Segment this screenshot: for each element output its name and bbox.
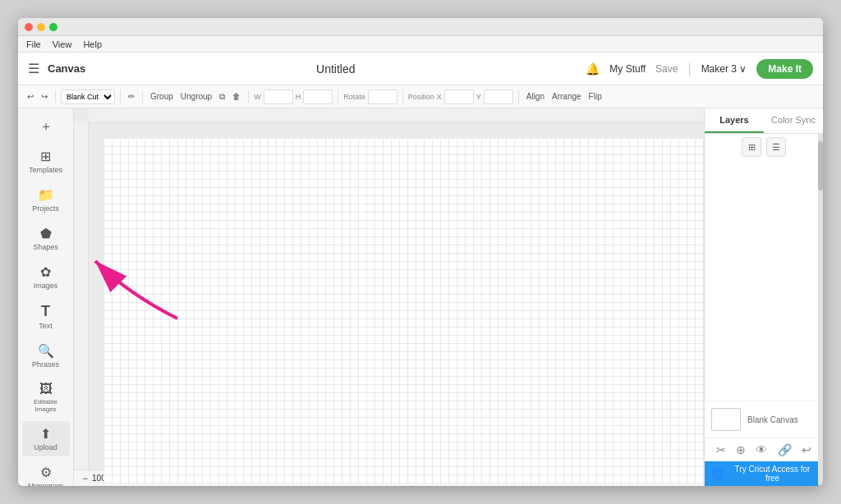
window-controls bbox=[25, 23, 57, 31]
menu-view[interactable]: View bbox=[53, 39, 72, 49]
menu-file[interactable]: File bbox=[26, 39, 41, 49]
sidebar-item-templates[interactable]: ⊞ Templates bbox=[22, 144, 70, 179]
zoom-minus-button[interactable]: − bbox=[80, 473, 90, 484]
redo-button[interactable]: ↪ bbox=[39, 90, 50, 103]
sidebar-item-shapes[interactable]: ⬟ Shapes bbox=[22, 221, 70, 256]
right-view-icons: ⊞ ☰ bbox=[705, 134, 823, 160]
maximize-button[interactable] bbox=[49, 23, 57, 31]
shapes-label: Shapes bbox=[33, 243, 58, 251]
nav-divider: | bbox=[687, 62, 691, 76]
undo-button[interactable]: ↩ bbox=[25, 90, 36, 103]
right-scrollbar-thumb[interactable] bbox=[818, 141, 823, 190]
toolbar: ↩ ↪ Blank Cut ✏ Group Ungroup ⧉ 🗑 W H bbox=[18, 85, 823, 108]
width-label: W bbox=[254, 93, 261, 101]
duplicate-button[interactable]: ⧉ bbox=[217, 90, 227, 103]
toolbar-align-group: Align Arrange Flip bbox=[524, 90, 609, 103]
cricut-banner[interactable]: 🌀 Try Cricut Access for free bbox=[705, 461, 823, 486]
main-area: ＋ ⊞ Templates 📁 Projects ⬟ Shapes ✿ Imag… bbox=[18, 108, 823, 486]
sidebar-item-phrases[interactable]: 🔍 Phrases bbox=[22, 338, 70, 373]
eye-icon[interactable]: 👁 bbox=[756, 443, 767, 456]
save-button[interactable]: Save bbox=[655, 63, 678, 75]
monogram-icon: ⚙ bbox=[40, 465, 52, 480]
sidebar-item-editable-images[interactable]: 🖼 Editable Images bbox=[22, 377, 70, 418]
hamburger-icon[interactable]: ☰ bbox=[28, 61, 39, 76]
add-icon[interactable]: ⊕ bbox=[736, 443, 746, 456]
ungroup-button[interactable]: Ungroup bbox=[178, 90, 214, 103]
toolbar-arrange-group: Group Ungroup ⧉ 🗑 bbox=[148, 90, 249, 103]
sidebar-item-text[interactable]: T Text bbox=[22, 298, 70, 335]
right-sidebar: Layers Color Sync ⊞ ☰ Blank Canvas ✂ ⊕ 👁… bbox=[704, 108, 823, 486]
tab-color-sync[interactable]: Color Sync bbox=[764, 108, 823, 133]
sidebar-item-projects[interactable]: 📁 Projects bbox=[22, 182, 70, 218]
cut-icon[interactable]: ✂ bbox=[716, 443, 726, 456]
canvas-thumb-label: Blank Canvas bbox=[747, 415, 798, 424]
text-icon: T bbox=[41, 303, 50, 320]
link-icon[interactable]: 🔗 bbox=[778, 443, 792, 456]
flip-label: Flip bbox=[589, 92, 602, 101]
toolbar-rotate-group: Rotate bbox=[343, 89, 403, 104]
sidebar-item-monogram[interactable]: ⚙ Monogram bbox=[22, 460, 70, 486]
right-tabs: Layers Color Sync bbox=[705, 108, 823, 134]
close-button[interactable] bbox=[25, 23, 33, 31]
templates-icon: ⊞ bbox=[40, 149, 51, 164]
annotation-arrow bbox=[79, 245, 186, 327]
sidebar-item-images[interactable]: ✿ Images bbox=[22, 259, 70, 295]
toolbar-size-group: W H bbox=[254, 89, 338, 104]
pen-button[interactable]: ✏ bbox=[126, 90, 137, 103]
document-title: Untitled bbox=[85, 62, 586, 76]
minimize-button[interactable] bbox=[37, 23, 45, 31]
delete-button[interactable]: 🗑 bbox=[230, 90, 243, 103]
make-it-button[interactable]: Make It bbox=[756, 59, 813, 79]
y-input[interactable] bbox=[484, 89, 513, 104]
right-content bbox=[705, 160, 823, 401]
sidebar-item-new[interactable]: ＋ bbox=[22, 113, 70, 140]
images-icon: ✿ bbox=[40, 264, 51, 280]
align-label: Align bbox=[526, 92, 545, 101]
flip-button[interactable]: Flip bbox=[586, 90, 604, 103]
group-button[interactable]: Group bbox=[148, 90, 176, 103]
cricut-banner-text: Try Cricut Access for free bbox=[728, 465, 816, 483]
projects-label: Projects bbox=[32, 204, 59, 213]
menu-help[interactable]: Help bbox=[83, 39, 102, 49]
canvas-grid[interactable] bbox=[103, 138, 704, 484]
undo-layer-icon[interactable]: ↩ bbox=[802, 443, 811, 456]
templates-label: Templates bbox=[29, 166, 62, 174]
y-label: Y bbox=[476, 93, 481, 101]
rotate-input[interactable] bbox=[368, 89, 398, 104]
height-input[interactable] bbox=[303, 89, 333, 104]
monogram-label: Monogram bbox=[28, 482, 63, 486]
rotate-label: Rotate bbox=[343, 93, 365, 101]
width-input[interactable] bbox=[264, 89, 293, 104]
cut-type-select[interactable]: Blank Cut bbox=[61, 89, 115, 104]
align-button[interactable]: Align bbox=[524, 90, 547, 103]
shapes-icon: ⬟ bbox=[40, 226, 52, 241]
x-input[interactable] bbox=[444, 89, 474, 104]
menu-bar: File View Help bbox=[18, 36, 823, 53]
phrases-label: Phrases bbox=[32, 360, 59, 369]
app-window: File View Help ☰ Canvas Untitled 🔔 My St… bbox=[18, 18, 823, 486]
editable-images-icon: 🖼 bbox=[39, 382, 53, 396]
upload-label: Upload bbox=[34, 443, 57, 451]
group-label: Group bbox=[150, 92, 173, 101]
left-sidebar: ＋ ⊞ Templates 📁 Projects ⬟ Shapes ✿ Imag… bbox=[18, 108, 74, 486]
ruler-horizontal: // ruler ticks rendered below bbox=[89, 108, 704, 123]
arrange-button[interactable]: Arrange bbox=[549, 90, 584, 103]
cricut-logo-icon: 🌀 bbox=[711, 468, 724, 479]
grid-view-button[interactable]: ⊞ bbox=[742, 137, 761, 157]
my-stuff-button[interactable]: My Stuff bbox=[609, 63, 646, 75]
canvas-thumbnail-area: Blank Canvas bbox=[705, 401, 823, 438]
list-view-button[interactable]: ☰ bbox=[766, 137, 786, 157]
editable-images-label: Editable Images bbox=[25, 398, 67, 413]
nav-right: 🔔 My Stuff Save | Maker 3 ∨ Make It bbox=[586, 59, 813, 79]
toolbar-pen-group: ✏ bbox=[126, 90, 143, 103]
sidebar-item-upload[interactable]: ⬆ Upload bbox=[22, 421, 70, 456]
projects-icon: 📁 bbox=[38, 187, 54, 203]
right-scrollbar[interactable] bbox=[818, 133, 823, 486]
images-label: Images bbox=[34, 282, 58, 290]
title-bar bbox=[18, 18, 823, 36]
tab-layers[interactable]: Layers bbox=[705, 108, 764, 133]
maker-selector[interactable]: Maker 3 ∨ bbox=[701, 63, 747, 75]
phrases-icon: 🔍 bbox=[38, 343, 54, 359]
bell-icon[interactable]: 🔔 bbox=[586, 62, 600, 76]
arrange-label: Arrange bbox=[552, 92, 581, 101]
